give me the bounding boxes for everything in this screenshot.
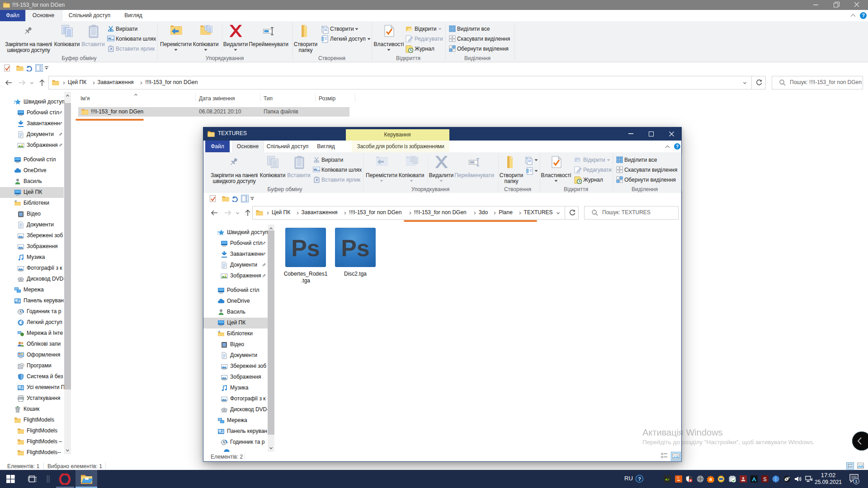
svg-text:S: S (763, 476, 767, 483)
svg-text:?: ? (638, 476, 641, 482)
svg-text:?: ? (676, 144, 679, 149)
svg-text:W: W (314, 168, 317, 172)
svg-text:W: W (108, 37, 112, 41)
svg-text:?: ? (862, 13, 865, 18)
svg-text:Ps: Ps (291, 235, 320, 261)
svg-text:Ps: Ps (341, 235, 370, 261)
svg-text:a: a (709, 477, 712, 482)
